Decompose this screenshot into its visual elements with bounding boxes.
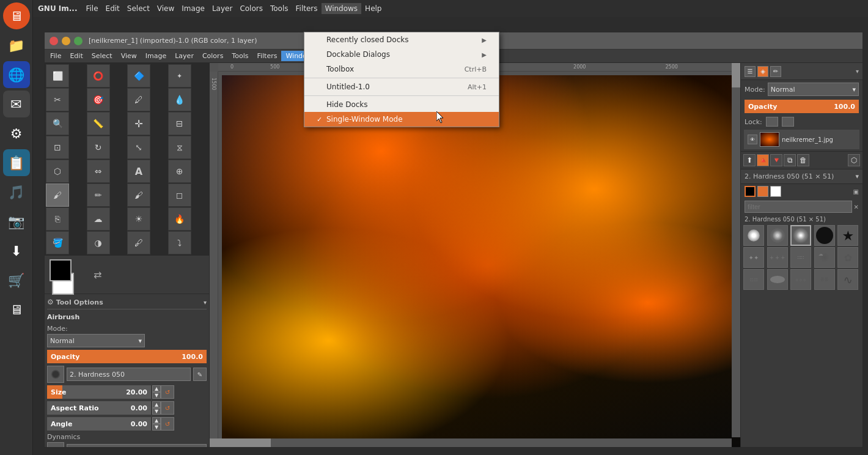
window-close-button[interactable] bbox=[50, 37, 58, 45]
window-maximize-button[interactable] bbox=[74, 37, 83, 45]
dock-email[interactable]: ✉ bbox=[3, 91, 30, 117]
size-reset[interactable]: ↺ bbox=[161, 385, 174, 399]
gimp-menu-select[interactable]: Select bbox=[87, 51, 117, 61]
brush-panel-expand[interactable]: ▾ bbox=[855, 172, 859, 180]
dock-store[interactable]: 🛒 bbox=[3, 267, 30, 294]
brush-10[interactable]: ✿ bbox=[837, 247, 858, 268]
channels-icon[interactable]: ◈ bbox=[757, 66, 768, 77]
brush-7[interactable]: + + + bbox=[767, 247, 788, 268]
brush-14[interactable]: ※※ bbox=[814, 269, 835, 290]
scroll-v-thumb[interactable] bbox=[732, 63, 740, 87]
angle-down[interactable]: ▼ bbox=[152, 424, 161, 431]
size-down[interactable]: ▼ bbox=[152, 392, 161, 399]
layers-panel-delete[interactable]: 🗑 bbox=[797, 154, 809, 166]
canvas-horizontal-scrollbar[interactable] bbox=[210, 438, 732, 447]
layers-opacity-slider[interactable]: Opacity 100.0 bbox=[745, 100, 859, 113]
tool-fuzzy-select[interactable]: ✦ bbox=[168, 64, 191, 87]
gimp-menu-file[interactable]: File bbox=[46, 51, 65, 61]
swap-colors-button[interactable]: ⇄ bbox=[94, 269, 101, 281]
tool-airbrush[interactable]: 🖌 bbox=[46, 183, 69, 207]
dynamics-value[interactable]: Pressure Opacity bbox=[67, 444, 207, 447]
brush-2[interactable] bbox=[767, 225, 788, 246]
brush-8[interactable]: ∷∷ bbox=[790, 247, 811, 268]
topbar-windows[interactable]: Windows bbox=[322, 3, 362, 14]
size-slider[interactable]: Size 20.00 bbox=[47, 385, 151, 399]
tool-crop[interactable]: ⊡ bbox=[46, 136, 69, 159]
menu-single-window[interactable]: ✓ Single-Window Mode bbox=[304, 112, 499, 127]
tool-pencil[interactable]: ✏ bbox=[87, 183, 110, 207]
layers-mode-dropdown[interactable]: Normal ▾ bbox=[768, 83, 859, 96]
dock-files[interactable]: 📁 bbox=[3, 32, 30, 59]
menu-untitled[interactable]: Untitled-1.0 Alt+1 bbox=[304, 80, 499, 94]
brush-orange-swatch[interactable] bbox=[757, 186, 768, 197]
topbar-edit[interactable]: Edit bbox=[102, 3, 123, 14]
brush-6[interactable]: ✦✦ bbox=[743, 247, 764, 268]
angle-slider[interactable]: Angle 0.00 bbox=[47, 417, 151, 431]
layers-panel-raise[interactable]: 🔺 bbox=[757, 154, 769, 166]
gimp-menu-edit[interactable]: Edit bbox=[65, 51, 87, 61]
lock-pixels-button[interactable] bbox=[766, 117, 778, 127]
menu-dockable-dialogs[interactable]: Dockable Dialogs ▶ bbox=[304, 47, 499, 62]
gimp-menu-image[interactable]: Image bbox=[141, 51, 171, 61]
tool-free-select[interactable]: 🔷 bbox=[127, 64, 150, 87]
tool-smudge[interactable]: ☁ bbox=[87, 207, 110, 231]
tool-scissors[interactable]: ✂ bbox=[46, 88, 69, 111]
dock-download[interactable]: ⬇ bbox=[3, 237, 30, 264]
tool-perspective[interactable]: ⬡ bbox=[46, 160, 69, 183]
tool-eraser[interactable]: ◻ bbox=[168, 183, 191, 207]
topbar-filters[interactable]: Filters bbox=[292, 3, 322, 14]
topbar-layer[interactable]: Layer bbox=[208, 3, 236, 14]
tool-foreground-select[interactable]: 🎯 bbox=[87, 88, 110, 111]
scroll-h-thumb[interactable] bbox=[210, 438, 271, 447]
gimp-menu-filters[interactable]: Filters bbox=[252, 51, 281, 61]
aspect-ratio-slider[interactable]: Aspect Ratio 0.00 bbox=[47, 401, 151, 415]
tool-paintbrush[interactable]: 🖌 bbox=[127, 183, 150, 207]
tool-align[interactable]: ⊟ bbox=[168, 112, 191, 135]
tool-options-collapse[interactable]: ▾ bbox=[204, 299, 207, 306]
ubuntu-logo[interactable]: 🖥 bbox=[3, 2, 30, 29]
layer-visibility-eye[interactable]: 👁 bbox=[748, 135, 757, 144]
tool-scale[interactable]: ⤡ bbox=[127, 136, 150, 159]
topbar-tools[interactable]: Tools bbox=[267, 3, 292, 14]
topbar-select[interactable]: Select bbox=[123, 3, 153, 14]
topbar-file[interactable]: File bbox=[82, 3, 101, 14]
lock-alpha-button[interactable] bbox=[782, 117, 794, 127]
brush-5[interactable]: ★ bbox=[837, 225, 858, 246]
gimp-menu-view[interactable]: View bbox=[117, 51, 141, 61]
brush-3[interactable] bbox=[790, 225, 811, 246]
mode-select[interactable]: Normal ▾ bbox=[47, 334, 145, 347]
tool-flip[interactable]: ⇔ bbox=[87, 160, 110, 183]
brush-9[interactable]: ☁ bbox=[814, 247, 835, 268]
canvas-image[interactable] bbox=[222, 75, 740, 447]
tool-measure[interactable]: 📏 bbox=[87, 112, 110, 135]
gimp-menu-colors[interactable]: Colors bbox=[198, 51, 227, 61]
opacity-slider[interactable]: Opacity 100.0 bbox=[47, 350, 207, 363]
topbar-colors[interactable]: Colors bbox=[236, 3, 267, 14]
layers-panel-menu[interactable]: ▾ bbox=[856, 68, 859, 75]
menu-hide-docks[interactable]: Hide Docks bbox=[304, 97, 499, 112]
brush-15[interactable]: ∿ bbox=[837, 269, 858, 290]
tool-color-picker[interactable]: 💧 bbox=[168, 88, 191, 111]
angle-reset[interactable]: ↺ bbox=[161, 417, 174, 431]
tool-ellipse-select[interactable]: ⭕ bbox=[87, 64, 110, 87]
brush-preview[interactable] bbox=[47, 366, 64, 383]
aspect-reset[interactable]: ↺ bbox=[161, 401, 174, 415]
paths-icon[interactable]: ✏ bbox=[770, 66, 781, 77]
menu-toolbox[interactable]: Toolbox Ctrl+B bbox=[304, 62, 499, 76]
layers-icon[interactable]: ☰ bbox=[745, 66, 756, 77]
menu-recently-closed[interactable]: Recently closed Docks ▶ bbox=[304, 32, 499, 47]
dock-browser[interactable]: 🌐 bbox=[3, 61, 30, 88]
dock-terminal[interactable]: 🖥 bbox=[3, 296, 30, 323]
tool-text[interactable]: A bbox=[127, 160, 150, 183]
tool-rect-select[interactable]: ⬜ bbox=[46, 64, 69, 87]
brush-13[interactable]: ∘∘∘ bbox=[790, 269, 811, 290]
layers-panel-lower[interactable]: 🔻 bbox=[770, 154, 782, 166]
brush-1[interactable] bbox=[743, 225, 764, 246]
brush-11[interactable]: ⊡⊡ bbox=[743, 269, 764, 290]
layers-panel-expand[interactable]: ⬡ bbox=[848, 154, 860, 166]
brush-4[interactable] bbox=[814, 225, 835, 246]
tool-dodge[interactable]: ☀ bbox=[127, 207, 150, 231]
brush-edit-button[interactable]: ✎ bbox=[193, 368, 207, 381]
aspect-down[interactable]: ▼ bbox=[152, 408, 161, 415]
tool-rotate[interactable]: ↻ bbox=[87, 136, 110, 159]
